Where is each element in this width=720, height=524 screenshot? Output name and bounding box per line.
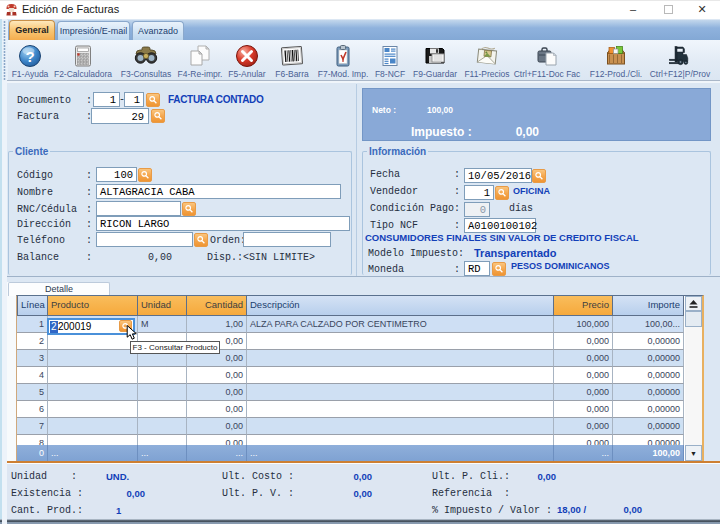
svg-text:?: ? <box>25 48 34 65</box>
